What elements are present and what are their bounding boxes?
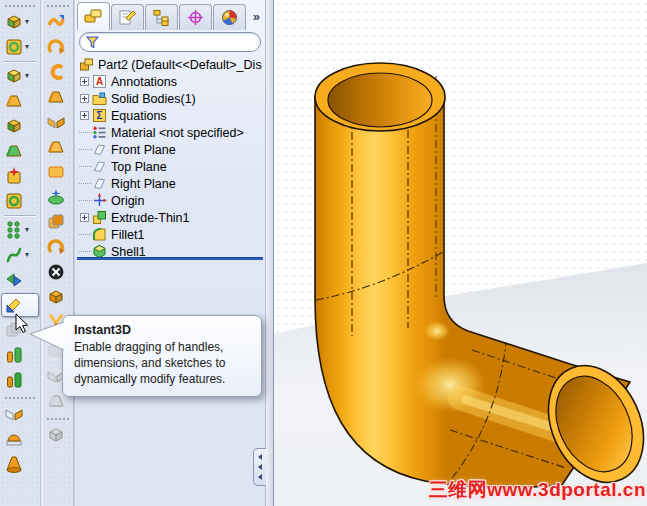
closed-corner-icon [46,212,66,232]
no-bends-button[interactable] [43,260,72,284]
dropdown-arrow-icon[interactable]: ▾ [25,43,29,51]
miter-flange-button[interactable] [43,110,72,134]
mirror-button[interactable] [1,402,39,426]
tree-item-label: Right Plane [111,177,176,191]
jog-icon [46,162,66,182]
draft-button[interactable] [1,139,39,163]
simple-hole-icon [4,191,24,211]
expand-plus-icon[interactable] [80,213,89,222]
propertymanager-tab[interactable] [111,4,144,30]
dome-button[interactable] [1,427,39,451]
svg-text:Σ: Σ [96,110,102,121]
dropdown-arrow-icon[interactable]: ▾ [25,18,29,26]
miter-flange-icon [46,112,66,132]
fold-disabled-button[interactable] [43,423,72,447]
toolbar-grip[interactable] [46,2,69,9]
featuremanager-tab[interactable] [77,2,110,30]
configurationmanager-tab-icon [152,9,171,26]
toolbar-grip[interactable] [4,2,36,9]
front-tree-icon [92,142,107,157]
mouse-cursor [15,313,31,335]
sketched-bend-button[interactable] [43,135,72,159]
fold-disabled-icon [46,425,66,445]
tree-item-label: Equations [111,109,167,123]
tree-item[interactable]: AAnnotations [79,73,264,90]
tooltip-pointer [26,316,66,356]
right-tree-icon [92,176,107,191]
tree-item[interactable]: ΣEquations [79,107,264,124]
filter-input[interactable] [99,35,254,49]
tab-overflow-chevron[interactable]: » [253,9,263,24]
flex-button[interactable] [1,452,39,476]
dropdown-arrow-icon[interactable]: ▾ [25,72,29,80]
tree-item[interactable]: Origin [79,192,264,209]
chamfer-button[interactable] [1,89,39,113]
hem-button[interactable] [43,35,72,59]
rollback-bar[interactable] [77,257,263,260]
fillet-button[interactable]: ▾ [1,64,39,88]
swept-flange-button[interactable] [43,235,72,259]
curves-button[interactable]: ▾ [1,243,39,267]
hole-wizard-button[interactable] [1,164,39,188]
tree-item[interactable]: Material <not specified> [79,124,264,141]
tree-item[interactable]: Right Plane [79,175,264,192]
tree-item-label: Front Plane [111,143,176,157]
collapse-arrow-icon [258,474,262,480]
collapse-arrow-icon [258,464,262,470]
displaymanager-tab[interactable] [213,4,246,30]
tree-item-label: Annotations [111,75,177,89]
pipe-model[interactable] [274,0,647,506]
graphics-viewport: 三维网www.3dportal.cn [274,0,647,506]
shell-feature-button[interactable] [1,114,39,138]
linear-pattern-button[interactable]: ▾ [1,218,39,242]
watermark: 三维网www.3dportal.cn [429,477,646,503]
combine-button[interactable] [1,368,39,392]
tree-item-label: Origin [111,194,144,208]
no-bends-icon [46,262,66,282]
jog-button[interactable] [43,160,72,184]
instant3d-icon [4,295,24,315]
dimxpertmanager-tab[interactable] [179,4,212,30]
tree-item[interactable]: Solid Bodies(1) [79,90,264,107]
tree-connector [79,251,92,252]
closed-corner-button[interactable] [43,210,72,234]
edge-flange-button[interactable] [43,85,72,109]
forming-tool-button[interactable] [43,10,72,34]
tree-item-label: Solid Bodies(1) [111,92,196,106]
toolbar-grip[interactable] [46,415,69,422]
configurationmanager-tab[interactable] [145,4,178,30]
deform-icon [4,270,24,290]
toolbar-grip[interactable] [4,394,36,401]
tree-item-label: Material <not specified> [111,126,244,140]
tree-item[interactable]: Top Plane [79,158,264,175]
expand-plus-icon[interactable] [80,77,89,86]
revolved-boss-icon [4,37,24,57]
revolved-boss-button[interactable]: ▾ [1,35,39,59]
material-tree-icon [92,125,107,140]
base-flange-button[interactable] [43,60,72,84]
collapse-panel-button[interactable] [253,448,266,486]
expand-plus-icon[interactable] [80,111,89,120]
dropdown-arrow-icon[interactable]: ▾ [25,251,29,259]
app-window: ▾▾▾▾▾ » Part2 (Default<<Default>_DisAAnn… [0,0,647,506]
lofted-bend-button[interactable] [43,185,72,209]
simple-hole-button[interactable] [1,189,39,213]
dropdown-arrow-icon[interactable]: ▾ [25,226,29,234]
sketched-bend-icon [46,137,66,157]
fold-icon [46,287,66,307]
fillet-icon [4,66,24,86]
forming-tool-icon [46,12,66,32]
fold-button[interactable] [43,285,72,309]
panel-splitter[interactable] [265,0,274,506]
tree-root-item[interactable]: Part2 (Default<<Default>_Dis [79,56,264,73]
extruded-boss-button[interactable]: ▾ [1,10,39,34]
deform-button[interactable] [1,268,39,292]
tree-item[interactable]: Fillet1 [79,226,264,243]
tree-item[interactable]: Extrude-Thin1 [79,209,264,226]
shell-feature-icon [4,116,24,136]
tree-item-label: Part2 (Default<<Default>_Dis [98,58,262,72]
expand-plus-icon[interactable] [80,94,89,103]
tree-item-label: Extrude-Thin1 [111,211,190,225]
tooltip-title: Instant3D [74,323,252,337]
tree-item[interactable]: Front Plane [79,141,264,158]
